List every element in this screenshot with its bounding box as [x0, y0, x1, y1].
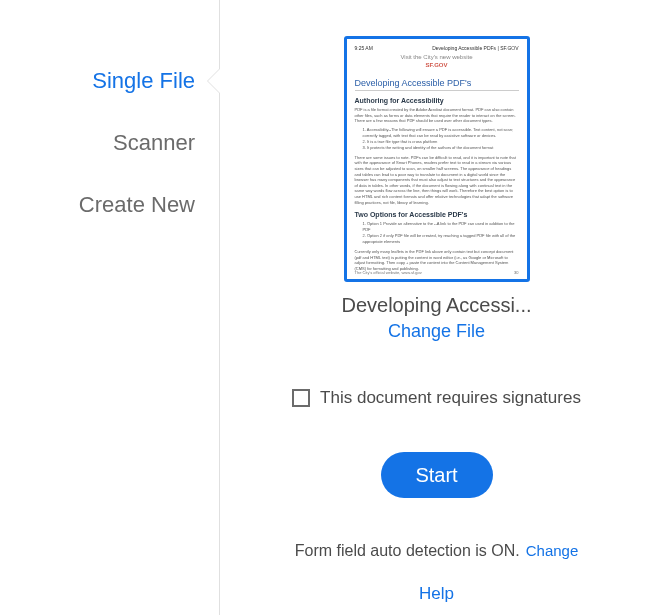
signature-label: This document requires signatures [320, 388, 581, 408]
auto-detect-status: Form field auto detection is ON. Change [295, 542, 579, 560]
sidebar-item-scanner[interactable]: Scanner [0, 112, 219, 174]
thumb-list: 1. Option 1 Provide an alternative to th… [355, 221, 519, 245]
sidebar-item-label: Scanner [113, 130, 195, 155]
sidebar-item-single-file[interactable]: Single File [0, 50, 219, 112]
thumb-para: PDF is a file format created by the Adob… [355, 107, 519, 124]
help-link[interactable]: Help [419, 584, 454, 604]
thumb-header: 9:25 AM Developing Accessible PDFs | SF.… [355, 45, 519, 51]
thumb-title: Developing Accessible PDF's [355, 78, 519, 91]
thumb-para: Currently only many leaflets in the PDF … [355, 249, 519, 271]
thumb-heading: Two Options for Accessible PDF's [355, 211, 519, 218]
auto-detect-change-link[interactable]: Change [526, 542, 579, 559]
thumb-footer: The City's official website, www.sf.gov … [355, 270, 519, 275]
auto-detect-text: Form field auto detection is ON. [295, 542, 520, 560]
sidebar-item-create-new[interactable]: Create New [0, 174, 219, 236]
sidebar-item-label: Single File [92, 68, 195, 93]
sidebar: Single File Scanner Create New [0, 0, 220, 615]
sidebar-item-label: Create New [79, 192, 195, 217]
start-button[interactable]: Start [381, 452, 493, 498]
signature-checkbox[interactable] [292, 389, 310, 407]
main-panel: 9:25 AM Developing Accessible PDFs | SF.… [220, 0, 653, 615]
thumb-para: There are some issues to note. PDFs can … [355, 155, 519, 205]
thumb-list: 1. Accessibility--The following will ens… [355, 127, 519, 151]
signature-checkbox-row: This document requires signatures [292, 388, 581, 408]
thumb-center: Visit the City's new website [355, 54, 519, 60]
thumb-heading: Format Your Content Correctly [355, 278, 519, 283]
thumb-heading: Authoring for Accessibility [355, 97, 519, 104]
thumb-gov: SF.GOV [355, 62, 519, 68]
document-filename: Developing Accessi... [341, 294, 531, 317]
document-thumbnail[interactable]: 9:25 AM Developing Accessible PDFs | SF.… [344, 36, 530, 282]
change-file-link[interactable]: Change File [388, 321, 485, 342]
